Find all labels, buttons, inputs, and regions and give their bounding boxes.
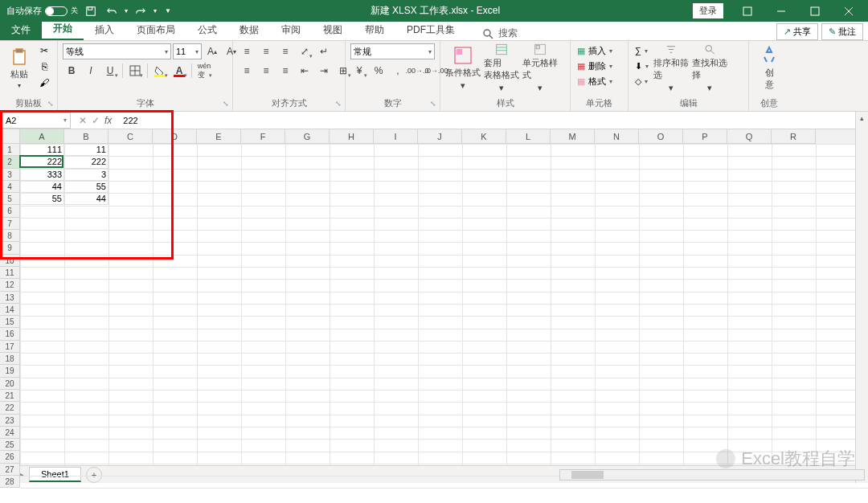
column-header[interactable]: E: [197, 129, 241, 144]
tab-data[interactable]: 数据: [228, 20, 270, 40]
tab-help[interactable]: 帮助: [354, 20, 395, 40]
cell[interactable]: 111: [20, 144, 64, 156]
fill-icon[interactable]: ⬇ ▾: [633, 59, 650, 73]
save-icon[interactable]: [83, 3, 99, 19]
row-header[interactable]: 7: [0, 218, 20, 230]
row-header[interactable]: 11: [0, 267, 20, 279]
column-header[interactable]: L: [506, 129, 551, 144]
column-header[interactable]: N: [595, 129, 639, 144]
tab-pdf[interactable]: PDF工具集: [395, 20, 466, 40]
comma-icon[interactable]: ,: [389, 63, 407, 79]
indent-decrease-icon[interactable]: ⇤: [296, 63, 313, 79]
number-format-combo[interactable]: 常规▾: [350, 43, 435, 59]
wrap-text-icon[interactable]: ↵: [315, 43, 333, 59]
column-header[interactable]: O: [639, 129, 683, 144]
close-icon[interactable]: [833, 0, 865, 22]
cell[interactable]: 44: [64, 193, 108, 205]
fill-color-icon[interactable]: [151, 63, 169, 79]
column-header[interactable]: K: [462, 129, 506, 144]
cancel-formula-icon[interactable]: ✕: [79, 115, 87, 126]
align-top-icon[interactable]: ≡: [238, 43, 256, 59]
row-header[interactable]: 12: [0, 279, 20, 291]
row-header[interactable]: 15: [0, 316, 20, 328]
clear-icon[interactable]: ◇ ▾: [633, 74, 650, 88]
autosum-icon[interactable]: ∑ ▾: [633, 43, 650, 58]
column-header[interactable]: F: [241, 129, 285, 144]
borders-icon[interactable]: [126, 63, 144, 79]
tab-file[interactable]: 文件: [0, 20, 42, 40]
ribbon-display-icon[interactable]: [731, 0, 764, 22]
font-name-combo[interactable]: 等线▾: [63, 43, 171, 59]
tab-layout[interactable]: 页面布局: [125, 20, 186, 40]
currency-icon[interactable]: ¥: [350, 63, 368, 79]
column-header[interactable]: B: [64, 129, 108, 144]
tab-home[interactable]: 开始: [42, 18, 84, 40]
add-sheet-button[interactable]: +: [86, 467, 102, 483]
tab-view[interactable]: 视图: [312, 20, 354, 40]
ideas-button[interactable]: 创 意: [754, 43, 784, 93]
align-right-icon[interactable]: ≡: [276, 63, 294, 79]
align-middle-icon[interactable]: ≡: [257, 43, 275, 59]
conditional-format-button[interactable]: 条件格式▾: [445, 43, 481, 93]
row-header[interactable]: 13: [0, 292, 20, 304]
cell[interactable]: 44: [20, 181, 64, 193]
fx-icon[interactable]: fx: [104, 115, 112, 126]
row-header[interactable]: 6: [0, 205, 20, 217]
italic-button[interactable]: I: [82, 63, 100, 79]
column-header[interactable]: C: [108, 129, 153, 144]
cell[interactable]: 55: [64, 181, 108, 193]
row-header[interactable]: 10: [0, 255, 20, 267]
cell[interactable]: 333: [20, 169, 64, 181]
tab-insert[interactable]: 插入: [84, 20, 125, 40]
grow-font-icon[interactable]: A▴: [203, 43, 221, 59]
column-header[interactable]: P: [683, 129, 727, 144]
font-color-icon[interactable]: A: [170, 63, 188, 79]
clipboard-launcher-icon[interactable]: ⤡: [46, 100, 55, 109]
autosave-toggle[interactable]: 自动保存 关: [6, 5, 78, 17]
sort-filter-button[interactable]: 排序和筛选▾: [653, 43, 689, 93]
format-table-button[interactable]: 套用 表格格式▾: [484, 43, 519, 93]
redo-icon[interactable]: [133, 3, 149, 19]
cut-icon[interactable]: ✂: [36, 43, 52, 58]
formula-input[interactable]: 222: [118, 116, 868, 125]
column-header[interactable]: G: [285, 129, 330, 144]
cell[interactable]: 11: [64, 144, 108, 156]
align-launcher-icon[interactable]: ⤡: [334, 100, 343, 109]
column-header[interactable]: J: [418, 129, 462, 144]
row-header[interactable]: 17: [0, 341, 20, 353]
row-header[interactable]: 8: [0, 230, 20, 242]
phonetic-icon[interactable]: wén变: [195, 63, 213, 79]
format-cells-button[interactable]: ▦格式▾: [575, 74, 614, 88]
column-header[interactable]: D: [153, 129, 197, 144]
row-header[interactable]: 4: [0, 181, 20, 193]
row-header[interactable]: 21: [0, 390, 20, 402]
row-header[interactable]: 26: [0, 451, 20, 463]
login-button[interactable]: 登录: [693, 3, 723, 18]
maximize-icon[interactable]: [799, 0, 831, 22]
spreadsheet-grid[interactable]: ABCDEFGHIJKLMNOPQR 123456789101112131415…: [0, 129, 868, 465]
align-center-icon[interactable]: ≡: [257, 63, 275, 79]
paste-button[interactable]: 粘贴▾: [5, 43, 33, 93]
scroll-up-icon[interactable]: ▴: [856, 112, 868, 125]
minimize-icon[interactable]: [765, 0, 797, 22]
column-header[interactable]: R: [772, 129, 816, 144]
enter-formula-icon[interactable]: ✓: [92, 115, 100, 126]
font-size-combo[interactable]: 11▾: [173, 43, 202, 59]
row-header[interactable]: 16: [0, 328, 20, 340]
comments-button[interactable]: ✎批注: [821, 23, 863, 40]
bold-button[interactable]: B: [63, 63, 80, 79]
cell[interactable]: 222: [20, 156, 64, 168]
row-header[interactable]: 25: [0, 439, 20, 451]
share-button[interactable]: ↗共享: [776, 23, 818, 40]
select-all-corner[interactable]: [0, 129, 20, 144]
column-header[interactable]: M: [551, 129, 595, 144]
search-box[interactable]: 搜索: [482, 27, 518, 40]
cell-styles-button[interactable]: 单元格样式▾: [522, 43, 558, 93]
font-launcher-icon[interactable]: ⤡: [221, 100, 231, 109]
cell[interactable]: 222: [64, 156, 108, 168]
find-select-button[interactable]: 查找和选择▾: [692, 43, 727, 93]
row-header[interactable]: 14: [0, 304, 20, 316]
format-painter-icon[interactable]: 🖌: [36, 76, 52, 90]
vertical-scrollbar[interactable]: ▴: [855, 112, 868, 483]
row-header[interactable]: 24: [0, 427, 20, 439]
